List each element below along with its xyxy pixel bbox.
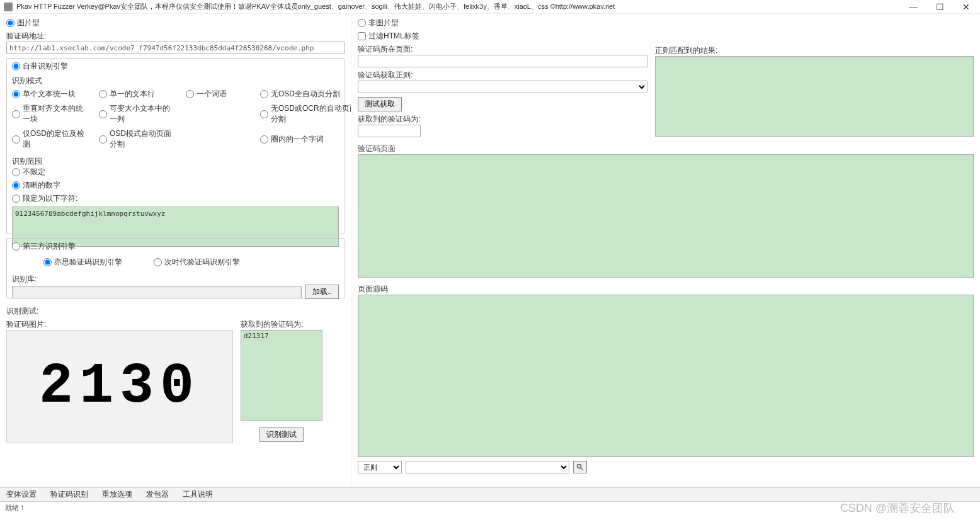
- mode-r3c4-label: 圈内的一个字词: [271, 134, 324, 145]
- mode-r1c1[interactable]: [12, 90, 20, 98]
- image-type-radio-row: 图片型: [6, 18, 345, 28]
- recognize-test-button[interactable]: 识别测试: [259, 427, 304, 442]
- mode-r2c4[interactable]: [260, 110, 268, 118]
- range-unlimited-label: 不限定: [23, 167, 45, 178]
- window-title: Pkav HTTP Fuzzer Verkey@Pkav安全团队，本程序仅供安全…: [16, 2, 907, 11]
- filter-html-label: 过滤HTML标签: [368, 31, 419, 42]
- addr-label: 验证码地址:: [6, 31, 345, 42]
- captcha-result-block: 获取到的验证码为: d21317 识别测试: [241, 319, 322, 442]
- filter-html-checkbox[interactable]: [358, 32, 366, 40]
- mode-label: 识别模式: [12, 76, 339, 86]
- mode-r1c3-label: 一个词语: [197, 89, 227, 99]
- test-extract-button[interactable]: 测试获取: [358, 97, 402, 111]
- vcode-page-textarea[interactable]: [358, 154, 974, 278]
- third-engine-radio[interactable]: [12, 242, 20, 251]
- non-image-label: 非图片型: [368, 18, 399, 28]
- regex-combo[interactable]: [358, 81, 647, 93]
- image-type-label: 图片型: [17, 18, 40, 28]
- mode-r2c1[interactable]: [12, 110, 20, 118]
- window-controls: — ☐ ✕: [907, 2, 976, 12]
- mode-r2c2[interactable]: [99, 110, 107, 118]
- captcha-image-block: 验证码图片: 2130: [6, 319, 233, 443]
- range-label: 识别范围: [12, 156, 339, 167]
- bottom-tabs: 变体设置 验证码识别 重放选项 发包器 工具说明: [0, 487, 980, 501]
- test-label: 识别测试:: [6, 306, 345, 317]
- builtin-engine-label: 自带识别引擎: [23, 61, 68, 72]
- svg-line-1: [581, 468, 583, 470]
- captcha-image: 2130: [6, 330, 233, 443]
- source-label: 页面源码: [358, 284, 974, 295]
- captcha-url-input[interactable]: [6, 42, 345, 54]
- non-image-radio[interactable]: [358, 19, 366, 27]
- third-a-radio[interactable]: [43, 258, 52, 266]
- app-icon: [4, 3, 13, 11]
- mode-r1c1-label: 单个文本统一块: [23, 89, 76, 99]
- vcode-page-label: 验证码页面: [358, 144, 974, 154]
- regex-result-box: [655, 56, 974, 137]
- image-type-radio[interactable]: [6, 19, 14, 27]
- mode-r2c2-label: 可变大小文本中的一列: [110, 103, 174, 125]
- source-textarea[interactable]: [358, 295, 974, 457]
- range-clear-digits-label: 清晰的数字: [23, 180, 60, 191]
- page-label: 验证码所在页面:: [358, 44, 647, 55]
- mode-r1c2-label: 单一的文本行: [110, 89, 155, 99]
- mode-r3c2-label: OSD模式自动页面分割: [110, 128, 174, 150]
- addr-row: 验证码地址:: [6, 31, 345, 54]
- titlebar: Pkav HTTP Fuzzer Verkey@Pkav安全团队，本程序仅供安全…: [0, 0, 980, 14]
- range-limit-chars-label: 限定为以下字符:: [23, 193, 77, 204]
- lib-label: 识别库:: [12, 274, 339, 285]
- main-content: 图片型 验证码地址: 自带识别引擎 识别模式 单个文本统一块 单一的文本行 一个…: [0, 14, 980, 487]
- captcha-img-label: 验证码图片:: [6, 319, 233, 330]
- maximize-button[interactable]: ☐: [933, 2, 946, 12]
- captcha-result-box: d21317: [241, 330, 322, 421]
- mode-r3c1-label: 仅OSD的定位及检测: [23, 128, 88, 150]
- mode-r2c4-label: 无OSD或OCR的自动页面分割: [271, 103, 351, 125]
- minimize-button[interactable]: —: [907, 2, 920, 12]
- mode-grid: 单个文本统一块 单一的文本行 一个词语 无OSD全自动页分割 垂直对齐文本的统一…: [12, 89, 339, 150]
- range-clear-digits-radio[interactable]: [12, 181, 20, 190]
- captcha-result-label: 获取到的验证码为:: [241, 319, 322, 330]
- third-a-label: 亦思验证码识别引擎: [54, 257, 122, 268]
- captcha-digits: 2130: [39, 354, 200, 419]
- tab-captcha-recognize[interactable]: 验证码识别: [48, 488, 91, 501]
- regex-pattern-combo[interactable]: [406, 461, 569, 473]
- builtin-engine-radio[interactable]: [12, 62, 20, 71]
- svg-point-0: [578, 465, 581, 468]
- mode-r1c4-label: 无OSD全自动页分割: [271, 89, 340, 99]
- status-text: 就绪！: [5, 503, 26, 512]
- third-engine-label: 第三方识别引擎: [23, 241, 76, 252]
- regex-label: 验证码获取正则:: [358, 70, 647, 81]
- got-code-input[interactable]: [358, 125, 421, 137]
- left-panel: 图片型 验证码地址: 自带识别引擎 识别模式 单个文本统一块 单一的文本行 一个…: [0, 14, 351, 487]
- load-button[interactable]: 加载..: [305, 285, 339, 299]
- third-b-label: 次时代验证码识别引擎: [164, 257, 240, 268]
- mode-r2c1-label: 垂直对齐文本的统一块: [23, 103, 88, 125]
- tab-tool-desc[interactable]: 工具说明: [180, 488, 215, 501]
- tab-variant-settings[interactable]: 变体设置: [4, 488, 39, 501]
- tab-replay-options[interactable]: 重放选项: [100, 488, 135, 501]
- builtin-engine-group: 自带识别引擎 识别模式 单个文本统一块 单一的文本行 一个词语 无OSD全自动页…: [6, 58, 345, 234]
- mode-r3c4[interactable]: [260, 135, 268, 144]
- regex-result-label: 正则匹配到的结果:: [655, 45, 974, 56]
- status-bar: 就绪！: [0, 501, 980, 514]
- range-limit-chars-radio[interactable]: [12, 195, 20, 203]
- mode-r3c1[interactable]: [12, 135, 20, 144]
- third-b-radio[interactable]: [154, 258, 162, 266]
- got-code-label: 获取到的验证码为:: [358, 114, 647, 125]
- tab-sender[interactable]: 发包器: [144, 488, 171, 501]
- close-button[interactable]: ✕: [960, 2, 972, 12]
- mode-r1c4[interactable]: [260, 90, 268, 98]
- third-engine-group: 第三方识别引擎 亦思验证码识别引擎 次时代验证码识别引擎 识别库: 加载..: [6, 238, 345, 298]
- range-unlimited-radio[interactable]: [12, 168, 20, 176]
- search-button[interactable]: [573, 461, 587, 473]
- mode-r1c3[interactable]: [186, 90, 194, 98]
- mode-r1c2[interactable]: [99, 90, 107, 98]
- search-icon: [576, 463, 584, 471]
- regex-type-combo[interactable]: 正则: [358, 461, 402, 473]
- right-panel: 非图片型 过滤HTML标签 验证码所在页面: 验证码获取正则: 测试获取 获取到…: [351, 14, 980, 487]
- mode-r3c2[interactable]: [99, 135, 107, 144]
- lib-path-input[interactable]: [12, 286, 302, 298]
- vcode-page-input[interactable]: [358, 55, 647, 67]
